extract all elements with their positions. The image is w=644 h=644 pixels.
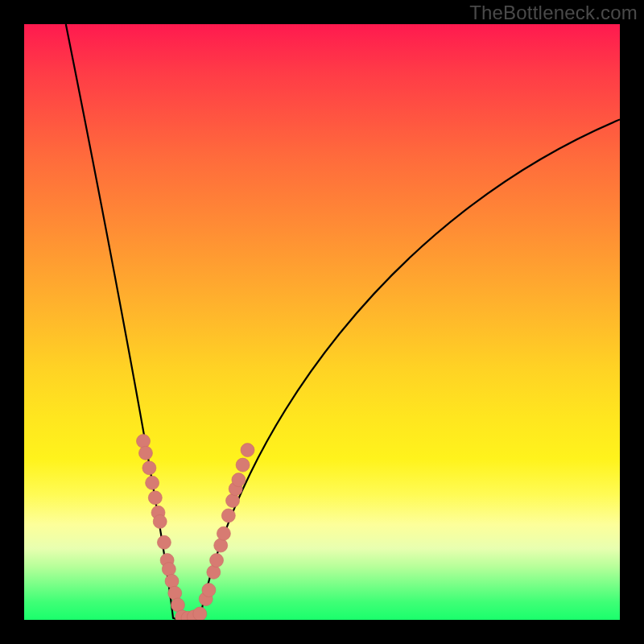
curve-group (66, 24, 620, 620)
data-marker (193, 607, 207, 620)
watermark-text: TheBottleneck.com (469, 2, 638, 24)
marker-group (137, 435, 255, 621)
data-marker (142, 461, 156, 475)
data-marker (232, 473, 246, 487)
data-marker (138, 446, 152, 460)
bottleneck-curve (66, 24, 620, 620)
data-marker (168, 586, 182, 600)
data-marker (165, 574, 179, 588)
data-marker (226, 494, 240, 508)
data-marker (221, 509, 235, 522)
data-marker (162, 563, 175, 576)
data-marker (214, 539, 228, 552)
data-marker (210, 554, 224, 568)
data-marker (236, 458, 250, 472)
data-marker (207, 565, 221, 579)
chart-frame: TheBottleneck.com (0, 0, 644, 644)
data-marker (171, 598, 184, 612)
data-marker (202, 584, 216, 597)
data-marker (146, 476, 159, 489)
data-marker (217, 526, 230, 540)
data-marker (157, 535, 171, 549)
data-marker (241, 444, 254, 457)
data-marker (153, 514, 167, 528)
plot-area (24, 24, 620, 620)
chart-svg (24, 24, 620, 620)
data-marker (148, 491, 162, 505)
data-marker (137, 435, 151, 448)
